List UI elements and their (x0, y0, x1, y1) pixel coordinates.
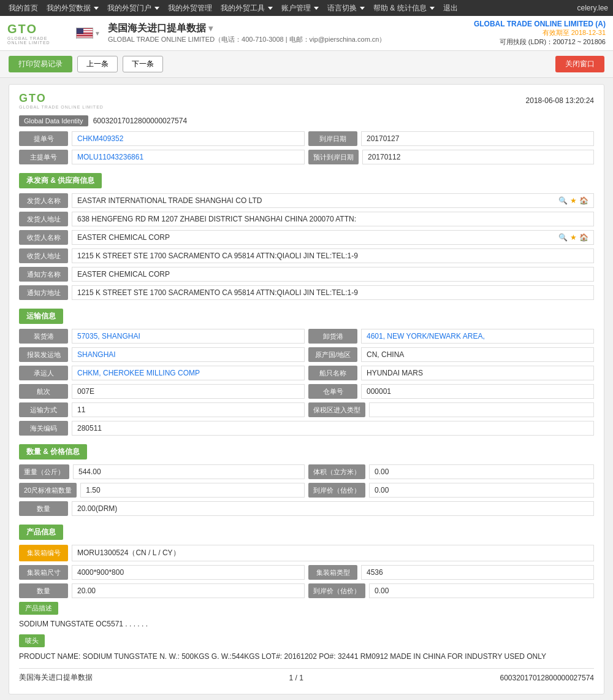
nav-logout[interactable]: 退出 (440, 3, 462, 13)
notify-addr-row: 通知方地址 1215 K STREET STE 1700 SACRAMENTO … (19, 285, 594, 300)
estimated-arrival-value: 20170112 (362, 150, 594, 164)
bill-row: 提单号 CHKM409352 到岸日期 20170127 (19, 131, 594, 146)
loading-place-value: SHANGHAI (72, 347, 305, 362)
warehouse-value: 000001 (361, 384, 594, 399)
logo-subtitle: GLOBAL TRADE ONLINE LIMITED (7, 36, 69, 45)
product-qty-label: 数量 (19, 583, 68, 598)
weight-field: 重量（公斤） 544.00 (19, 464, 305, 479)
nav-tools[interactable]: 我的外贸工具 (217, 3, 276, 13)
consignee-name-row: 收货人名称 EASTER CHEMICAL CORP 🔍 ★ 🏠 (19, 230, 594, 245)
expiry-date: 有效期至 2018-12-31 (474, 28, 606, 37)
search-icon[interactable]: 🔍 (558, 233, 568, 242)
customs-row: 海关编码 280511 (19, 421, 594, 436)
star-icon[interactable]: ★ (570, 196, 577, 205)
print-button[interactable]: 打印贸易记录 (9, 56, 72, 72)
nav-home[interactable]: 我的首页 (5, 3, 42, 13)
declared-price-value: 0.00 (369, 483, 594, 498)
loading-place-field: 报装发运地 SHANGHAI (19, 347, 305, 362)
product-qty-value: 20.00 (72, 583, 305, 598)
arrival-date-field: 到岸日期 20170127 (308, 131, 594, 146)
home-icon[interactable]: 🏠 (579, 196, 588, 205)
consignee-name-value-container: EASTER CHEMICAL CORP 🔍 ★ 🏠 (72, 230, 594, 245)
unloading-port-value: 4601, NEW YORK/NEWARK AREA, (361, 329, 594, 344)
warehouse-label: 仓单号 (308, 384, 357, 399)
nav-items: 我的首页 我的外贸数据 我的外贸门户 我的外贸管理 我的外贸工具 账户管理 语言… (5, 3, 462, 13)
action-bar: 打印贸易记录 上一条 下一条 关闭窗口 (0, 51, 613, 78)
prev-button[interactable]: 上一条 (77, 56, 118, 72)
shipper-addr-row: 发货人地址 638 HENGFENG RD RM 1207 ZHABEI DIS… (19, 212, 594, 226)
container-size-field: 集装箱尺寸 4000*900*800 (19, 565, 305, 580)
marks-label: 唛头 (19, 634, 45, 647)
chevron-down-icon (154, 7, 159, 10)
vessel-label: 船只名称 (308, 366, 357, 380)
header-right: GLOBAL TRADE ONLINE LIMITED (A) 有效期至 201… (474, 20, 606, 47)
customs-code-value: 280511 (72, 421, 594, 436)
teu-price-row: 20尺标准箱数量 1.50 到岸价（估价） 0.00 (19, 483, 594, 498)
nav-manage[interactable]: 我的外贸管理 (164, 3, 216, 13)
notify-name-value: EASTER CHEMICAL CORP (72, 267, 594, 282)
shipper-name-label: 发货人名称 (19, 193, 68, 208)
declared-price-label: 到岸价（估价） (308, 483, 365, 498)
volume-field: 体积（立方米） 0.00 (308, 464, 594, 479)
shipper-icons: 🔍 ★ 🏠 (558, 196, 588, 205)
container-no-row: 集装箱编号 MORU1300524（CN / L / CY） (19, 545, 594, 561)
voyage-label: 航次 (19, 384, 68, 399)
volume-label: 体积（立方米） (308, 464, 365, 479)
carrier-value: CHKM, CHEROKEE MILLING COMP (72, 366, 305, 380)
card-logo-text: GTO (19, 92, 104, 105)
estimated-arrival-label: 预计到岸日期 (308, 150, 359, 164)
page-title: 美国海关进口提单数据 ▾ (108, 22, 474, 35)
marks-container: 唛头 PRODUCT NAME: SODIUM TUNGSTATE N. W.:… (19, 634, 594, 663)
nav-data[interactable]: 我的外贸数据 (43, 3, 102, 13)
place-origin-row: 报装发运地 SHANGHAI 原产国/地区 CN, CHINA (19, 347, 594, 362)
loading-port-field: 装货港 57035, SHANGHAI (19, 329, 305, 344)
flag-dropdown-icon[interactable]: ▼ (94, 30, 101, 37)
ldr-range: 可用扶段 (LDR)：200712 ~ 201806 (474, 37, 606, 47)
quantity-section: 数量 & 价格信息 重量（公斤） 544.00 体积（立方米） 0.00 20尺… (19, 444, 594, 516)
volume-value: 0.00 (369, 464, 594, 479)
ftz-label: 保税区进入类型 (308, 402, 365, 417)
close-button[interactable]: 关闭窗口 (555, 56, 604, 72)
container-type-value: 4536 (361, 565, 594, 580)
product-section: 产品信息 集装箱编号 MORU1300524（CN / L / CY） 集装箱尺… (19, 525, 594, 663)
home-icon[interactable]: 🏠 (579, 233, 588, 242)
identity-row: Global Data Identity 6003201701280000002… (19, 115, 594, 126)
logo-text: GTO (7, 22, 69, 36)
pagination-bar: 美国海关进口提单数据 1 / 1 60032017012800000027574 (19, 668, 594, 687)
arrival-price-label: 到岸价（估价） (308, 583, 365, 598)
arrival-date-value: 20170127 (361, 131, 594, 146)
transport-mode-field: 运输方式 11 (19, 402, 305, 417)
search-icon[interactable]: 🔍 (558, 196, 568, 205)
origin-value: CN, CHINA (361, 347, 594, 362)
main-record-card: GTO GLOBAL TRADE ONLINE LIMITED 2018-06-… (9, 84, 604, 694)
nav-account[interactable]: 账户管理 (278, 3, 322, 13)
consignee-addr-row: 收货人地址 1215 K STREET STE 1700 SACRAMENTO … (19, 248, 594, 263)
container-no-value: MORU1300524（CN / L / CY） (72, 545, 594, 561)
shipper-name-row: 发货人名称 EASTAR INTERNATIONAL TRADE SHANGHA… (19, 193, 594, 208)
loading-place-label: 报装发运地 (19, 347, 68, 362)
origin-field: 原产国/地区 CN, CHINA (308, 347, 594, 362)
declared-price-field: 到岸价（估价） 0.00 (308, 483, 594, 498)
nav-help[interactable]: 帮助 & 统计信息 (370, 3, 438, 13)
master-bill-value: MOLU11043236861 (72, 150, 305, 164)
container-type-field: 集装箱类型 4536 (308, 565, 594, 580)
master-bill-field: 主提单号 MOLU11043236861 (19, 150, 305, 164)
vessel-field: 船只名称 HYUNDAI MARS (308, 366, 594, 380)
teu-field: 20尺标准箱数量 1.50 (19, 483, 305, 498)
teu-label: 20尺标准箱数量 (19, 483, 77, 498)
next-button[interactable]: 下一条 (123, 56, 163, 72)
shipper-addr-label: 发货人地址 (19, 212, 68, 226)
card-header: GTO GLOBAL TRADE ONLINE LIMITED 2018-06-… (19, 92, 594, 109)
top-navigation: 我的首页 我的外贸数据 我的外贸门户 我的外贸管理 我的外贸工具 账户管理 语言… (0, 0, 613, 16)
identity-label: Global Data Identity (19, 115, 88, 126)
pagination-record-id: 60032017012800000027574 (500, 674, 594, 682)
consignee-icons: 🔍 ★ 🏠 (558, 233, 588, 242)
nav-language[interactable]: 语言切换 (324, 3, 368, 13)
product-qty-field: 数量 20.00 (19, 583, 305, 598)
origin-label: 原产国/地区 (308, 347, 357, 362)
chevron-down-icon (268, 7, 273, 10)
quantity-section-header: 数量 & 价格信息 (19, 444, 87, 460)
company-info-text: GLOBAL TRADE ONLINE LIMITED（电话：400-710-3… (108, 35, 474, 44)
nav-portal[interactable]: 我的外贸门户 (104, 3, 163, 13)
star-icon[interactable]: ★ (570, 233, 577, 242)
